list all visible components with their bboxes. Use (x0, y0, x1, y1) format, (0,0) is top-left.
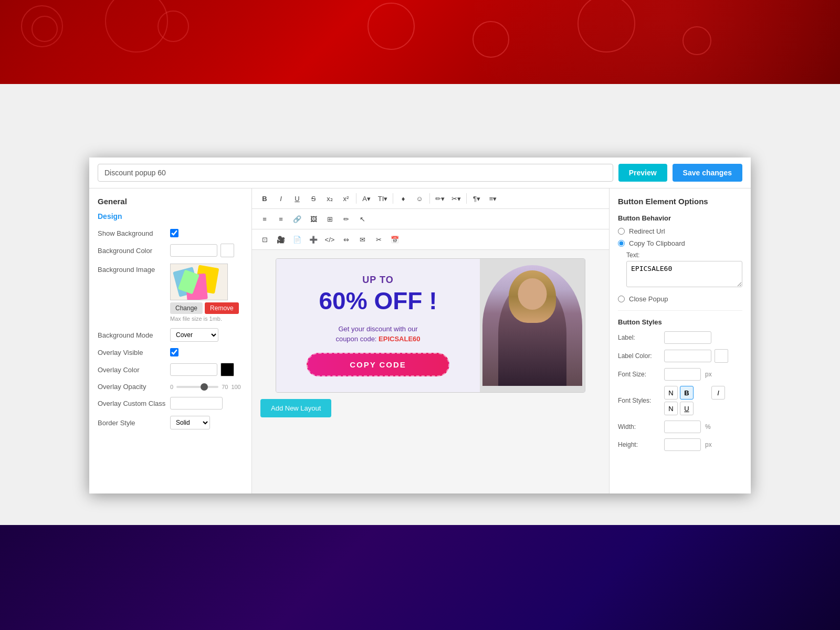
file-hint: Max file size is 1mb. (170, 316, 239, 322)
save-button[interactable]: Save changes (673, 164, 742, 182)
toolbar-bold[interactable]: B (257, 192, 272, 205)
label-input[interactable]: COPY CODE (664, 331, 711, 344)
toolbar-cut[interactable]: ✂ (371, 233, 386, 246)
font-style-underline[interactable]: U (680, 402, 694, 415)
toolbar-video[interactable]: 🎥 (274, 233, 288, 246)
redirect-url-label[interactable]: Redirect Url (629, 227, 665, 235)
close-popup-label[interactable]: Close Popup (629, 295, 668, 303)
bg-color-input-group: #ffffff (170, 244, 234, 257)
copy-clipboard-label[interactable]: Copy To Clipboard (629, 239, 685, 247)
bg-top (0, 0, 840, 84)
toolbar-underline[interactable]: U (290, 192, 304, 205)
height-unit: px (705, 441, 712, 448)
popup-up-to-text: UP TO (362, 275, 393, 286)
editor-layout: General Design Show Background Backgroun… (89, 188, 751, 494)
editor-canvas: UP TO 60% OFF ! Get your discount with o… (252, 250, 609, 494)
toolbar-highlight[interactable]: ♦ (396, 192, 411, 205)
bg-remove-button[interactable]: Remove (205, 302, 239, 314)
height-label: Height: (618, 441, 660, 448)
toolbar-sep-2 (393, 193, 393, 204)
toolbar-highlight2[interactable]: ✏ (339, 212, 353, 226)
toolbar-share[interactable]: ⇔ (339, 233, 353, 246)
label-color-swatch[interactable] (715, 349, 728, 363)
close-popup-radio[interactable] (618, 296, 625, 302)
height-input[interactable]: 45 (664, 438, 701, 451)
toolbar-table[interactable]: ⊞ (322, 212, 337, 226)
toolbar-italic[interactable]: I (274, 192, 288, 205)
font-size-unit: px (705, 371, 712, 378)
styles-heading: Button Styles (618, 318, 742, 326)
middle-panel: B I U S x₂ x² A▾ TI▾ ♦ ☺ ✏▾ ✂▾ ¶▾ ≡▾ (252, 188, 609, 494)
font-style-italic[interactable]: I (711, 386, 725, 400)
right-panel-title: Button Element Options (618, 197, 742, 206)
toolbar-ul[interactable]: ≡ (274, 212, 288, 226)
bg-image-svg (171, 264, 227, 300)
font-size-row: Font Size: 17 px (618, 368, 742, 381)
toolbar-pen[interactable]: ✏▾ (433, 192, 447, 205)
overlay-custom-class-input[interactable] (170, 397, 223, 410)
toolbar-doc[interactable]: 📄 (290, 233, 304, 246)
toolbar-image[interactable]: 🖼 (306, 212, 321, 226)
text-textarea[interactable]: EPICSALE60 (626, 261, 742, 287)
bg-color-text-input[interactable]: #ffffff (170, 244, 217, 257)
font-size-input[interactable]: 17 (664, 368, 701, 381)
show-background-checkbox[interactable] (170, 229, 178, 237)
overlay-visible-checkbox[interactable] (170, 348, 178, 356)
bg-bottom (0, 525, 840, 630)
popup-desc-line2: coupon code: (335, 335, 376, 343)
bg-mode-row: Background Mode Cover Contain Repeat No … (98, 328, 243, 342)
bg-change-button[interactable]: Change (170, 302, 203, 314)
border-style-label: Border Style (98, 419, 166, 427)
close-popup-row: Close Popup (618, 295, 742, 303)
preview-button[interactable]: Preview (618, 164, 667, 182)
overlay-opacity-slider[interactable] (176, 386, 218, 388)
overlay-opacity-row: Overlay Opacity 0 70 100 (98, 383, 243, 391)
toolbar-font-color[interactable]: A▾ (359, 192, 374, 205)
toolbar-paragraph[interactable]: ¶▾ (469, 192, 484, 205)
popup-copy-button[interactable]: COPY CODE (307, 353, 449, 376)
label-color-input[interactable]: #ffffff (664, 350, 711, 362)
bg-color-swatch[interactable] (220, 244, 234, 257)
overlay-custom-class-row: Overlay Custom Class (98, 397, 243, 410)
toolbar-strikethrough[interactable]: S (306, 192, 321, 205)
toolbar-font-family[interactable]: TI▾ (375, 192, 390, 205)
toolbar-calendar[interactable]: 📅 (387, 233, 402, 246)
toolbar-align[interactable]: ≡▾ (486, 192, 500, 205)
add-layout-button[interactable]: Add New Layout (260, 399, 331, 417)
copy-clipboard-radio[interactable] (618, 240, 625, 247)
bg-color-label: Background Color (98, 247, 166, 255)
toolbar-plus[interactable]: ➕ (306, 233, 321, 246)
design-link[interactable]: Design (98, 212, 243, 220)
font-style-underline-toggle[interactable]: N (664, 402, 678, 415)
toolbar-email[interactable]: ✉ (355, 233, 370, 246)
label-color-group: #ffffff (664, 349, 728, 363)
toolbar-superscript[interactable]: x² (339, 192, 353, 205)
toolbar-code[interactable]: </> (322, 233, 337, 246)
toolbar-emoji[interactable]: ☺ (412, 192, 427, 205)
label-color-row: Label Color: #ffffff (618, 349, 742, 363)
overlay-color-text-input[interactable]: #000000 (170, 363, 217, 376)
top-bar: Discount popup 60 Preview Save changes (89, 158, 751, 188)
toolbar-row-2: ≡ ≡ 🔗 🖼 ⊞ ✏ ↖ (252, 209, 609, 229)
font-style-bold[interactable]: B (680, 386, 694, 400)
width-unit: % (705, 423, 711, 430)
toolbar-ol[interactable]: ≡ (257, 212, 272, 226)
section-divider (618, 310, 742, 311)
toolbar-link[interactable]: 🔗 (290, 212, 304, 226)
popup-coupon-code: EPICSALE60 (379, 335, 420, 343)
width-input[interactable]: 75 (664, 421, 701, 433)
toolbar-frame[interactable]: ⊡ (257, 233, 272, 246)
bg-mode-select[interactable]: Cover Contain Repeat No Repeat (170, 328, 218, 342)
text-field-label: Text: (626, 251, 742, 259)
toolbar-subscript[interactable]: x₂ (322, 192, 337, 205)
toolbar-cursor[interactable]: ↖ (355, 212, 370, 226)
overlay-color-swatch[interactable] (220, 363, 234, 376)
border-style-select[interactable]: Solid Dashed Dotted None (170, 416, 210, 429)
toolbar-scissors[interactable]: ✂▾ (449, 192, 464, 205)
label-color-label: Label Color: (618, 352, 660, 360)
text-field-row: Text: EPICSALE60 (626, 251, 742, 289)
label-row: Label: COPY CODE (618, 331, 742, 344)
redirect-url-radio[interactable] (618, 228, 625, 235)
font-style-normal[interactable]: N (664, 386, 678, 400)
popup-name-input[interactable]: Discount popup 60 (98, 164, 613, 182)
